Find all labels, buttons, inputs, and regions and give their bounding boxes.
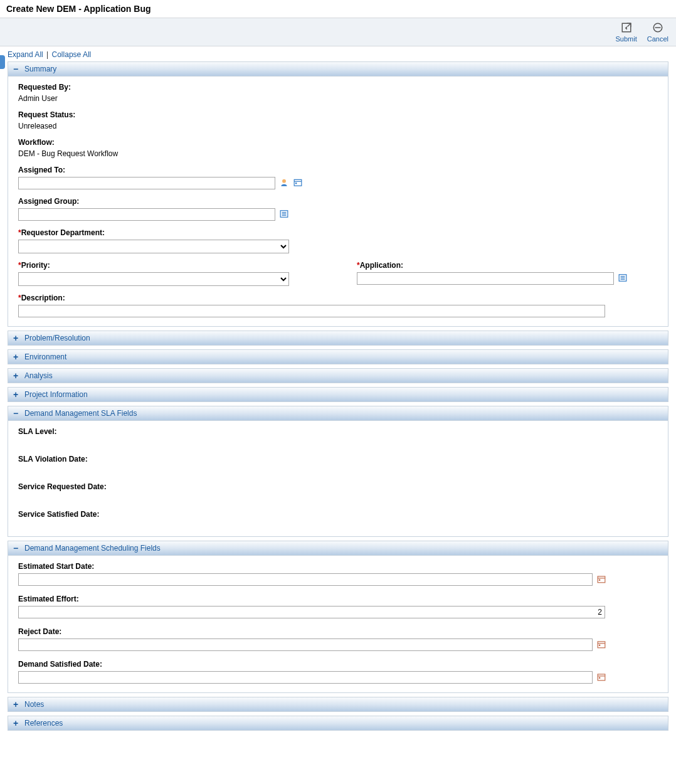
requestor-dept-label: *Requestor Department:	[18, 228, 658, 237]
section-title: Environment	[24, 352, 66, 361]
section-title: Summary	[24, 65, 56, 73]
svg-rect-6	[295, 183, 297, 184]
cancel-label: Cancel	[647, 35, 668, 43]
reject-date-input[interactable]	[18, 638, 593, 651]
svg-rect-17	[599, 580, 600, 581]
section-references: + References	[8, 716, 668, 731]
section-header-analysis[interactable]: + Analysis	[8, 368, 668, 383]
expand-icon: +	[13, 391, 21, 398]
expand-icon: +	[13, 353, 21, 361]
expand-icon: +	[13, 334, 21, 342]
section-scheduling: − Demand Management Scheduling Fields Es…	[8, 541, 668, 693]
demand-satisfied-date-label: Demand Satisfied Date:	[18, 660, 658, 669]
cancel-button[interactable]: Cancel	[647, 22, 668, 43]
assigned-group-input[interactable]	[18, 208, 275, 221]
sla-level-label: SLA Level:	[18, 427, 658, 436]
section-header-summary[interactable]: − Summary	[8, 61, 668, 77]
requestor-dept-select[interactable]	[18, 240, 289, 253]
workflow-value: DEM - Bug Request Workflow	[18, 149, 118, 158]
section-analysis: + Analysis	[8, 368, 668, 383]
section-body-scheduling: Estimated Start Date: Estimated Effort: …	[8, 556, 668, 693]
cancel-icon	[652, 22, 663, 34]
section-body-summary: Requested By: Admin User Request Status:…	[8, 77, 668, 327]
svg-rect-4	[294, 180, 302, 186]
reject-date-label: Reject Date:	[18, 627, 658, 636]
expand-icon: +	[13, 719, 21, 727]
assigned-to-label: Assigned To:	[18, 166, 658, 174]
availability-icon[interactable]	[293, 178, 302, 189]
section-title: Notes	[24, 700, 44, 709]
priority-select[interactable]	[18, 272, 289, 286]
section-title: Demand Management SLA Fields	[24, 409, 137, 418]
requested-by-value: Admin User	[18, 94, 58, 103]
section-header-environment[interactable]: + Environment	[8, 349, 668, 364]
submit-label: Submit	[616, 35, 637, 43]
svg-rect-20	[599, 645, 600, 646]
collapse-icon: −	[13, 544, 21, 552]
section-problem-resolution: + Problem/Resolution	[8, 331, 668, 346]
est-start-date-label: Estimated Start Date:	[18, 562, 658, 571]
section-header-scheduling[interactable]: − Demand Management Scheduling Fields	[8, 541, 668, 556]
section-project-information: + Project Information	[8, 387, 668, 402]
calendar-icon[interactable]	[597, 640, 606, 650]
section-header-sla[interactable]: − Demand Management SLA Fields	[8, 406, 668, 421]
svg-rect-23	[599, 677, 600, 679]
section-header-notes[interactable]: + Notes	[8, 697, 668, 712]
workflow-label: Workflow:	[18, 138, 658, 147]
submit-icon	[621, 22, 632, 34]
section-header-problem-resolution[interactable]: + Problem/Resolution	[8, 331, 668, 346]
page-title: Create New DEM - Application Bug	[0, 0, 676, 18]
est-effort-label: Estimated Effort:	[18, 595, 658, 603]
collapse-icon: −	[13, 410, 21, 417]
list-picker-icon[interactable]	[618, 273, 627, 284]
demand-satisfied-date-input[interactable]	[18, 671, 593, 684]
sla-violation-date-label: SLA Violation Date:	[18, 455, 658, 464]
submit-button[interactable]: Submit	[616, 22, 637, 43]
calendar-icon[interactable]	[597, 575, 606, 585]
section-environment: + Environment	[8, 349, 668, 364]
request-status-value: Unreleased	[18, 122, 56, 130]
section-notes: + Notes	[8, 697, 668, 712]
section-header-project-information[interactable]: + Project Information	[8, 387, 668, 402]
application-input[interactable]	[357, 272, 614, 285]
list-picker-icon[interactable]	[280, 209, 288, 220]
application-label: *Application:	[357, 261, 658, 270]
section-title: Analysis	[24, 371, 53, 380]
section-summary: − Summary Requested By: Admin User Reque…	[8, 61, 668, 327]
separator: |	[46, 50, 48, 59]
description-input[interactable]	[18, 305, 605, 317]
requested-by-label: Requested By:	[18, 83, 658, 92]
section-title: Demand Management Scheduling Fields	[24, 544, 161, 553]
expand-collapse-links: Expand All | Collapse All	[8, 49, 668, 61]
section-body-sla: SLA Level: SLA Violation Date: Service R…	[8, 421, 668, 537]
est-start-date-input[interactable]	[18, 573, 593, 586]
section-title: Problem/Resolution	[24, 334, 90, 342]
service-requested-date-label: Service Requested Date:	[18, 482, 658, 491]
section-title: References	[24, 719, 63, 728]
svg-point-3	[282, 179, 286, 183]
side-expand-handle[interactable]	[0, 55, 5, 69]
est-effort-input[interactable]	[18, 606, 605, 618]
toolbar: Submit Cancel	[0, 18, 676, 46]
assigned-group-label: Assigned Group:	[18, 197, 658, 206]
user-picker-icon[interactable]	[280, 178, 288, 189]
collapse-all-link[interactable]: Collapse All	[52, 50, 92, 59]
priority-label: *Priority:	[18, 261, 319, 270]
section-header-references[interactable]: + References	[8, 716, 668, 731]
request-status-label: Request Status:	[18, 110, 658, 119]
collapse-icon: −	[13, 65, 21, 73]
calendar-icon[interactable]	[597, 672, 606, 683]
service-satisfied-date-label: Service Satisfied Date:	[18, 510, 658, 519]
section-sla: − Demand Management SLA Fields SLA Level…	[8, 406, 668, 537]
description-label: *Description:	[18, 294, 658, 302]
expand-icon: +	[13, 372, 21, 379]
expand-icon: +	[13, 701, 21, 708]
assigned-to-input[interactable]	[18, 177, 275, 189]
section-title: Project Information	[24, 390, 88, 399]
expand-all-link[interactable]: Expand All	[8, 50, 43, 59]
